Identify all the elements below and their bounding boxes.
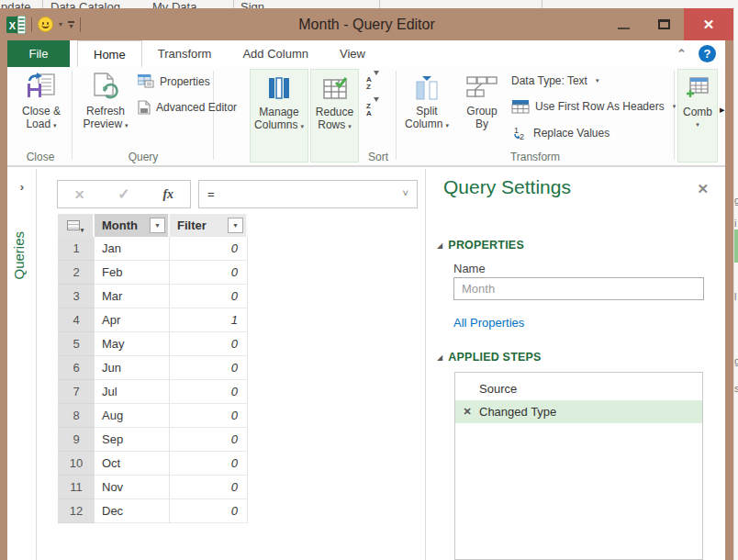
bg-item-data-catalog[interactable]: Data Catalog [50,0,120,8]
formula-fx-icon[interactable]: fx [162,187,173,202]
cell-month[interactable]: Oct [95,452,170,476]
properties-section-header[interactable]: ◢ PROPERTIES [437,239,524,252]
close-button[interactable]: ✕ [684,8,733,40]
cell-filter[interactable]: 0 [170,285,248,308]
tab-view[interactable]: View [324,40,381,67]
reduce-rows-button[interactable]: Reduce Rows▾ [311,71,358,133]
select-all-button[interactable]: ▾ [58,214,95,237]
background-window-right: g i l g s [733,8,738,560]
collapse-ribbon-icon[interactable]: ⌃ [676,47,687,61]
column-header-month[interactable]: Month ▼ [95,214,170,237]
minimize-button[interactable] [603,8,643,40]
row-number[interactable]: 8 [58,404,95,428]
group-by-button[interactable]: Group By [457,70,507,130]
cell-month[interactable]: Jun [95,356,170,380]
queries-pane-collapsed[interactable]: › Queries [7,169,37,560]
excel-icon[interactable]: X [6,16,26,34]
combine-button[interactable]: Comb ▾ [678,71,717,131]
panel-close-icon[interactable]: ✕ [697,181,709,197]
properties-button[interactable]: Properties [138,74,210,88]
step-source[interactable]: ✕ Source [455,377,702,400]
cell-month[interactable]: Sep [95,428,170,452]
row-number[interactable]: 10 [58,452,95,476]
row-number[interactable]: 9 [58,428,95,452]
cell-filter[interactable]: 0 [170,428,248,452]
cell-month[interactable]: Jul [95,380,170,404]
formula-cancel-icon[interactable]: ✕ [74,187,85,202]
cell-month[interactable]: May [95,332,170,356]
tab-transform[interactable]: Transform [142,40,228,67]
cell-filter[interactable]: 0 [170,332,248,356]
ribbon-overflow-icon[interactable]: ▸ [720,104,725,116]
cell-filter[interactable]: 0 [170,356,248,380]
maximize-button[interactable] [643,8,684,40]
sort-descending-button[interactable]: ZA [366,102,379,118]
reduce-rows-label: Reduce [316,106,353,118]
formula-input[interactable]: = ˅ [198,180,418,208]
cell-filter[interactable]: 0 [170,380,248,404]
column-header-filter[interactable]: Filter ▼ [170,214,248,237]
close-and-load-button[interactable]: Close & Load▾ [13,70,70,132]
cell-month[interactable]: Feb [95,261,170,285]
row-number[interactable]: 1 [58,237,95,261]
replace-values-button[interactable]: 1 2 Replace Values [511,125,609,141]
close-and-load-label2: Load▾ [26,118,56,132]
cell-month[interactable]: Apr [95,308,170,332]
row-number[interactable]: 3 [58,285,95,308]
cell-month[interactable]: Nov [95,476,170,499]
formula-expand-icon[interactable]: ˅ [403,187,408,198]
column-label: Month [102,218,138,232]
cell-filter[interactable]: 1 [170,308,248,332]
row-number[interactable]: 4 [58,308,95,332]
bg-fragment: l [734,291,736,302]
customize-toolbar-icon[interactable]: ▾ [68,21,74,28]
manage-columns-button[interactable]: Manage Columns▾ [252,71,307,133]
cell-month[interactable]: Dec [95,499,170,523]
cell-month[interactable]: Mar [95,285,170,308]
row-number[interactable]: 2 [58,261,95,285]
row-number[interactable]: 6 [58,356,95,380]
cell-filter[interactable]: 0 [170,261,248,285]
filter-dropdown-icon[interactable]: ▼ [228,218,243,233]
applied-steps-section-header[interactable]: ◢ APPLIED STEPS [437,351,542,364]
screen: pdate Data Catalog My Data Sign g i l g … [0,0,738,560]
row-number[interactable]: 12 [58,499,95,523]
sort-down-arrow [374,102,379,118]
cell-filter[interactable]: 0 [170,476,248,499]
data-type-button[interactable]: Data Type: Text ▾ [511,74,598,87]
cell-filter[interactable]: 0 [170,237,248,261]
cell-filter[interactable]: 0 [170,452,248,476]
first-row-headers-button[interactable]: Use First Row As Headers ▾ [511,99,676,114]
tab-add-column[interactable]: Add Column [227,40,324,67]
cell-filter[interactable]: 0 [170,499,248,523]
bg-item-update[interactable]: pdate [1,0,31,8]
cell-month[interactable]: Jan [95,237,170,261]
formula-accept-icon[interactable]: ✓ [117,185,129,203]
row-number[interactable]: 11 [58,476,95,499]
refresh-preview-button[interactable]: Refresh Preview▾ [77,70,134,132]
feedback-smiley-icon[interactable] [38,17,53,32]
help-icon[interactable]: ? [699,45,716,62]
bg-item-sign[interactable]: Sign [240,0,264,8]
chevron-down-icon: ▾ [596,77,599,84]
smiley-dropdown-icon[interactable]: ▾ [59,20,62,28]
bg-item-my-data[interactable]: My Data [152,0,196,8]
split-column-button[interactable]: Split Column▾ [400,70,453,132]
row-number[interactable]: 5 [58,332,95,356]
replace-values-icon: 1 2 [511,125,528,141]
cell-month[interactable]: Aug [95,404,170,428]
step-changed-type[interactable]: ✕ Changed Type [455,400,702,423]
row-number[interactable]: 7 [58,380,95,404]
advanced-editor-button[interactable]: Advanced Editor [138,100,237,115]
query-name-input[interactable] [453,277,704,300]
tab-file[interactable]: File [7,40,70,67]
cell-filter[interactable]: 0 [170,404,248,428]
expand-queries-icon[interactable]: › [7,180,37,194]
tab-home[interactable]: Home [77,40,142,67]
first-row-headers-label: Use First Row As Headers [535,100,665,113]
delete-step-icon[interactable]: ✕ [455,406,479,418]
sort-ascending-button[interactable]: AZ [366,75,379,92]
filter-dropdown-icon[interactable]: ▼ [150,218,165,233]
all-properties-link[interactable]: All Properties [453,316,524,330]
manage-columns-label2: Columns▾ [254,118,304,133]
